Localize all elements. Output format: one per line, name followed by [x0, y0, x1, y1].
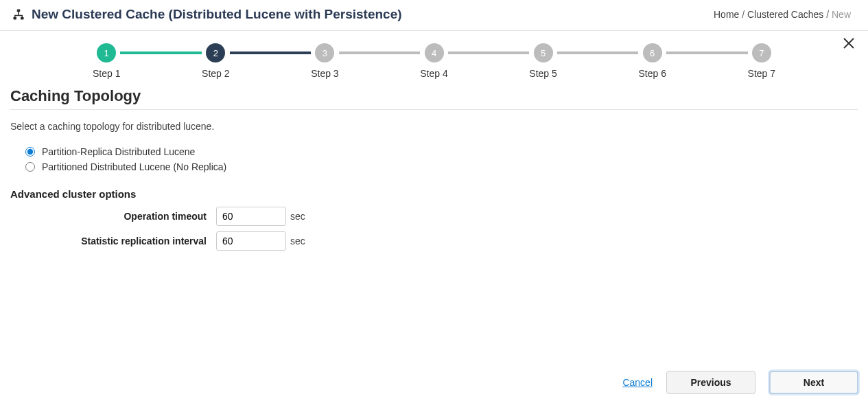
radio-label: Partitioned Distributed Lucene (No Repli… — [42, 161, 226, 172]
stat-replication-input[interactable] — [216, 231, 286, 251]
step-connector — [339, 51, 421, 54]
next-button[interactable]: Next — [769, 371, 858, 394]
operation-timeout-row: Operation timeout sec — [10, 207, 858, 226]
section-divider — [10, 109, 858, 110]
advanced-options-title: Advanced cluster options — [10, 188, 858, 200]
step-connector — [666, 51, 748, 54]
cancel-link[interactable]: Cancel — [622, 377, 653, 388]
step-6[interactable]: 6 Step 6 — [638, 43, 666, 79]
radio-partition-replica[interactable]: Partition-Replica Distributed Lucene — [25, 144, 858, 159]
svg-rect-0 — [17, 10, 21, 12]
step-connector — [448, 51, 530, 54]
step-dot: 6 — [643, 43, 662, 62]
operation-timeout-label: Operation timeout — [10, 211, 216, 222]
step-label: Step 4 — [420, 68, 447, 79]
page-title: New Clustered Cache (Distributed Lucene … — [32, 7, 402, 22]
radio-input[interactable] — [25, 147, 35, 157]
step-2[interactable]: 2 Step 2 — [202, 43, 229, 79]
breadcrumb-current: New — [832, 9, 851, 20]
sitemap-icon — [12, 8, 25, 21]
previous-button[interactable]: Previous — [666, 371, 755, 394]
section-desc: Select a caching topology for distribute… — [10, 121, 858, 132]
step-connector — [557, 51, 639, 54]
radio-label: Partition-Replica Distributed Lucene — [42, 146, 195, 157]
step-label: Step 1 — [93, 68, 120, 79]
unit-label: sec — [290, 211, 305, 222]
step-dot: 1 — [97, 43, 116, 62]
step-3[interactable]: 3 Step 3 — [311, 43, 338, 79]
breadcrumb-sep: / — [742, 9, 744, 20]
breadcrumb-home[interactable]: Home — [714, 9, 739, 20]
step-label: Step 3 — [311, 68, 338, 79]
step-connector — [230, 51, 312, 54]
step-dot: 7 — [752, 43, 771, 62]
step-dot: 2 — [206, 43, 225, 62]
step-1[interactable]: 1 Step 1 — [93, 43, 120, 79]
svg-rect-2 — [21, 17, 24, 20]
step-dot: 4 — [425, 43, 444, 62]
step-label: Step 2 — [202, 68, 229, 79]
radio-input[interactable] — [25, 162, 35, 172]
stepper: 1 Step 1 2 Step 2 3 Step 3 4 Step 4 5 St… — [10, 43, 858, 79]
step-5[interactable]: 5 Step 5 — [529, 43, 556, 79]
radio-partitioned-no-replica[interactable]: Partitioned Distributed Lucene (No Repli… — [25, 159, 858, 174]
stat-replication-row: Statistic replication interval sec — [10, 231, 858, 251]
topology-radio-group: Partition-Replica Distributed Lucene Par… — [25, 144, 858, 174]
step-label: Step 5 — [529, 68, 556, 79]
section-title: Caching Topology — [10, 87, 858, 105]
svg-rect-1 — [14, 17, 17, 20]
unit-label: sec — [290, 236, 305, 247]
wizard-footer: Cancel Previous Next — [0, 364, 868, 401]
step-7[interactable]: 7 Step 7 — [748, 43, 775, 79]
stat-replication-label: Statistic replication interval — [10, 236, 216, 247]
header-left: New Clustered Cache (Distributed Lucene … — [12, 7, 402, 22]
step-dot: 3 — [315, 43, 334, 62]
top-header: New Clustered Cache (Distributed Lucene … — [0, 0, 868, 31]
close-icon[interactable] — [842, 36, 856, 52]
step-dot: 5 — [534, 43, 553, 62]
step-connector — [120, 51, 202, 54]
step-label: Step 6 — [638, 68, 666, 79]
breadcrumb-caches[interactable]: Clustered Caches — [747, 9, 823, 20]
step-4[interactable]: 4 Step 4 — [420, 43, 447, 79]
breadcrumb-sep: / — [826, 9, 829, 20]
breadcrumb: Home / Clustered Caches / New — [714, 9, 851, 20]
step-label: Step 7 — [748, 68, 775, 79]
operation-timeout-input[interactable] — [216, 207, 286, 226]
wizard-content: 1 Step 1 2 Step 2 3 Step 3 4 Step 4 5 St… — [0, 31, 868, 251]
